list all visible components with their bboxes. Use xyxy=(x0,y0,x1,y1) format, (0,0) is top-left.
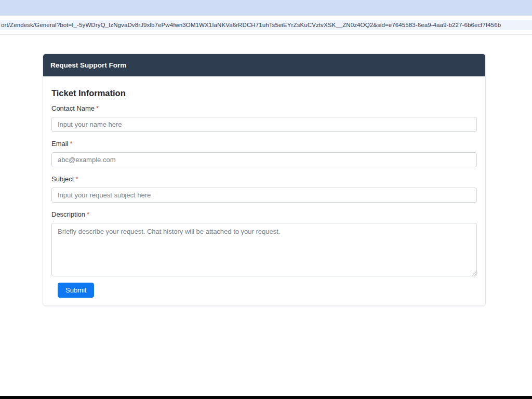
contact-name-label: Contact Name* xyxy=(51,104,477,113)
subject-label: Subject* xyxy=(51,175,477,183)
browser-tab-strip[interactable] xyxy=(0,0,532,16)
contact-name-input[interactable] xyxy=(51,117,477,132)
required-asterisk: * xyxy=(87,210,89,218)
submit-button[interactable]: Submit xyxy=(58,283,94,298)
page-content: Request Support Form Ticket Information … xyxy=(0,35,532,394)
description-label: Description* xyxy=(51,210,477,219)
subject-label-text: Subject xyxy=(51,175,74,183)
description-textarea[interactable] xyxy=(51,223,477,276)
browser-address-bar[interactable]: ort/Zendesk/General?bot=I_-5yWDryQ_IzNgv… xyxy=(0,20,532,30)
browser-chrome-divider xyxy=(0,30,532,35)
form-header-title: Request Support Form xyxy=(50,61,126,69)
page-url: ort/Zendesk/General?bot=I_-5yWDryQ_IzNgv… xyxy=(0,22,501,28)
support-form-card: Request Support Form Ticket Information … xyxy=(43,54,486,306)
browser-chrome-gap xyxy=(0,16,532,20)
contact-name-group: Contact Name* xyxy=(51,104,477,132)
description-group: Description* xyxy=(51,210,477,276)
required-asterisk: * xyxy=(70,140,73,148)
form-body: Ticket Information Contact Name* Email* … xyxy=(43,76,485,305)
section-title: Ticket Information xyxy=(51,88,477,98)
email-label-text: Email xyxy=(51,140,69,148)
email-group: Email* xyxy=(51,140,477,167)
email-label: Email* xyxy=(51,140,477,148)
subject-input[interactable] xyxy=(51,188,477,203)
description-label-text: Description xyxy=(51,210,85,218)
required-asterisk: * xyxy=(96,104,99,112)
subject-group: Subject* xyxy=(51,175,477,203)
email-input[interactable] xyxy=(51,152,477,167)
required-asterisk: * xyxy=(75,175,78,183)
form-header: Request Support Form xyxy=(43,54,485,76)
contact-name-label-text: Contact Name xyxy=(51,104,95,112)
bottom-black-bar xyxy=(0,396,532,399)
